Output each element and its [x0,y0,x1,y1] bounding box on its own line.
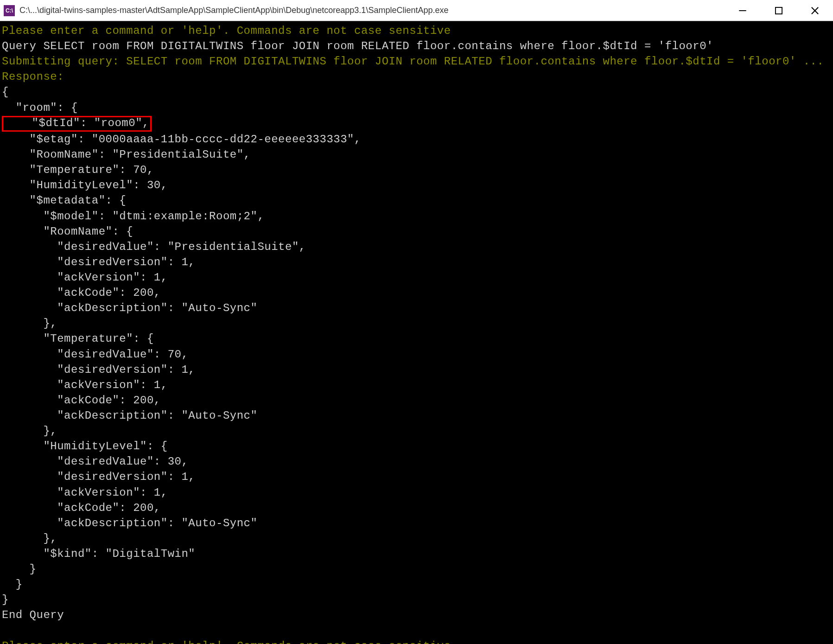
json-output-line: "room": { [2,102,78,114]
json-output-line: }, [2,532,57,545]
json-output-line: "ackDescription": "Auto-Sync" [2,302,257,314]
json-output-line: "ackVersion": 1, [2,379,168,391]
json-output-line: "desiredVersion": 1, [2,256,195,268]
json-output-line: "ackCode": 200, [2,502,161,514]
end-query: End Query [2,609,64,621]
json-output-line: }, [2,317,57,330]
json-output-line: "RoomName": "PresidentialSuite", [2,148,250,161]
json-output-line: "Temperature": { [2,332,154,345]
json-output-line: "desiredValue": 30, [2,455,188,468]
json-output-line: "desiredVersion": 1, [2,363,195,376]
json-output-line: "Temperature": 70, [2,164,154,176]
json-output-line: "desiredValue": 70, [2,348,188,361]
window-title: C:\...\digital-twins-samples-master\AdtS… [19,6,725,15]
query-echo: Query SELECT room FROM DIGITALTWINS floo… [2,40,713,52]
json-output-line: "desiredValue": "PresidentialSuite", [2,241,306,253]
json-output-line: "$kind": "DigitalTwin" [2,548,195,560]
json-output-line: "ackCode": 200, [2,394,161,407]
window-controls [725,0,833,21]
prompt-text: Please enter a command or 'help'. Comman… [2,640,451,644]
json-output-line: } [2,563,37,575]
titlebar[interactable]: C:\ C:\...\digital-twins-samples-master\… [0,0,833,21]
json-output-line: } [2,593,9,606]
json-output-line: "ackVersion": 1, [2,486,168,499]
json-output-line: "desiredVersion": 1, [2,471,195,483]
highlight-dtid: "$dtId": "room0", [2,116,152,132]
json-output-line: "ackCode": 200, [2,287,161,299]
json-output-line: "$metadata": { [2,194,126,207]
json-output-line: }, [2,425,57,437]
json-output-line: "ackVersion": 1, [2,271,168,284]
json-output-line: "HumidityLevel": { [2,440,168,453]
json-output-line: "RoomName": { [2,225,133,238]
json-output-line: "$dtId": "room0", [2,117,152,129]
json-output-line: } [2,578,23,591]
close-button[interactable] [797,0,833,21]
terminal-output[interactable]: Please enter a command or 'help'. Comman… [0,21,833,644]
maximize-button[interactable] [761,0,797,21]
json-output-line: "HumidityLevel": 30, [2,179,168,191]
json-output-line: { [2,86,9,98]
response-label: Response: [2,70,64,83]
submitting-text: Submitting query: SELECT room FROM DIGIT… [2,55,824,68]
json-output-line: "ackDescription": "Auto-Sync" [2,517,257,529]
app-window: C:\ C:\...\digital-twins-samples-master\… [0,0,833,644]
minimize-button[interactable] [725,0,761,21]
json-output-line: "ackDescription": "Auto-Sync" [2,409,257,422]
json-output-line: "$etag": "0000aaaa-11bb-cccc-dd22-eeeeee… [2,133,361,146]
json-output-line: "$model": "dtmi:example:Room;2", [2,210,264,223]
prompt-text: Please enter a command or 'help'. Comman… [2,25,451,37]
app-icon: C:\ [4,5,15,16]
svg-rect-1 [776,7,782,13]
